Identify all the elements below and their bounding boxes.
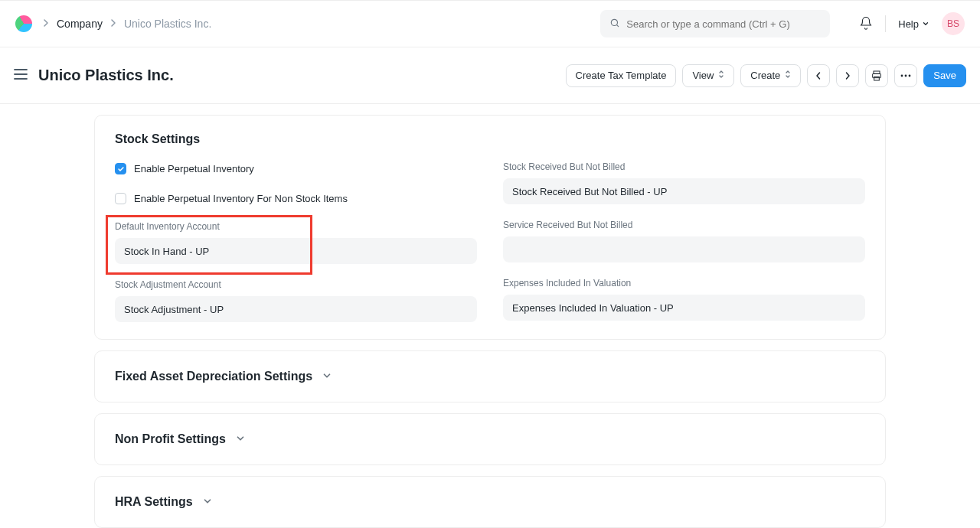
app-logo[interactable] xyxy=(15,15,32,32)
next-button[interactable] xyxy=(836,64,859,87)
chevron-down-icon xyxy=(202,496,213,509)
expenses-included-input[interactable]: Expenses Included In Valuation - UP xyxy=(503,295,865,321)
breadcrumb: Company Unico Plastics Inc. xyxy=(43,18,211,30)
create-label: Create xyxy=(750,70,780,81)
divider xyxy=(885,15,886,32)
non-profit-title: Non Profit Settings xyxy=(115,432,226,446)
default-inventory-field: Default Inventory Account Stock In Hand … xyxy=(115,221,477,264)
stock-adjustment-input[interactable]: Stock Adjustment - UP xyxy=(115,296,477,322)
fixed-asset-section-toggle[interactable]: Fixed Asset Depreciation Settings xyxy=(94,350,886,403)
enable-perpetual-non-stock-checkbox[interactable]: Enable Perpetual Inventory For Non Stock… xyxy=(115,191,477,206)
prev-button[interactable] xyxy=(807,64,830,87)
checkbox-icon-unchecked xyxy=(115,193,126,204)
select-icon xyxy=(718,70,724,81)
stock-received-field: Stock Received But Not Billed Stock Rece… xyxy=(503,161,865,204)
stock-settings-section: Stock Settings Enable Perpetual Inventor… xyxy=(94,115,886,340)
print-button[interactable] xyxy=(865,64,888,87)
bell-icon[interactable] xyxy=(859,16,873,32)
view-label: View xyxy=(692,70,714,81)
stock-received-label: Stock Received But Not Billed xyxy=(503,161,865,172)
breadcrumb-current: Unico Plastics Inc. xyxy=(124,18,211,30)
svg-point-4 xyxy=(901,74,903,77)
chevron-right-icon xyxy=(110,18,116,30)
enable-perpetual-inventory-checkbox[interactable]: Enable Perpetual Inventory xyxy=(115,161,477,176)
search-icon xyxy=(609,18,620,31)
create-menu-button[interactable]: Create xyxy=(740,64,801,87)
non-profit-section-toggle[interactable]: Non Profit Settings xyxy=(94,413,886,465)
chevron-down-icon xyxy=(235,433,246,446)
search-bar[interactable] xyxy=(600,10,830,37)
service-received-input[interactable] xyxy=(503,236,865,262)
search-input[interactable] xyxy=(626,18,821,30)
save-button[interactable]: Save xyxy=(923,64,966,87)
service-received-label: Service Received But Not Billed xyxy=(503,220,865,230)
menu-icon[interactable] xyxy=(14,69,28,82)
hra-title: HRA Settings xyxy=(115,495,193,509)
stock-adjustment-field: Stock Adjustment Account Stock Adjustmen… xyxy=(115,279,477,322)
stock-received-input[interactable]: Stock Received But Not Billed - UP xyxy=(503,178,865,204)
page-header: Unico Plastics Inc. Create Tax Template … xyxy=(0,47,980,104)
page-title: Unico Plastics Inc. xyxy=(38,67,174,84)
svg-point-6 xyxy=(909,74,911,77)
help-menu[interactable]: Help xyxy=(898,18,929,30)
chevron-down-icon xyxy=(322,370,332,383)
chevron-down-icon xyxy=(922,18,929,30)
fixed-asset-title: Fixed Asset Depreciation Settings xyxy=(115,370,312,383)
more-button[interactable] xyxy=(894,64,917,87)
expenses-included-field: Expenses Included In Valuation Expenses … xyxy=(503,278,865,321)
chevron-right-icon xyxy=(43,18,49,30)
content-area: Stock Settings Enable Perpetual Inventor… xyxy=(0,104,980,528)
svg-point-5 xyxy=(905,74,907,77)
avatar[interactable]: BS xyxy=(942,12,965,35)
create-tax-template-button[interactable]: Create Tax Template xyxy=(566,64,677,87)
service-received-field: Service Received But Not Billed xyxy=(503,220,865,262)
stock-adjustment-label: Stock Adjustment Account xyxy=(115,279,477,290)
navbar-right: Help BS xyxy=(859,12,965,35)
navbar: Company Unico Plastics Inc. Help BS xyxy=(0,0,980,47)
expenses-included-label: Expenses Included In Valuation xyxy=(503,278,865,288)
default-inventory-input[interactable]: Stock In Hand - UP xyxy=(115,238,477,264)
svg-rect-3 xyxy=(874,77,880,80)
stock-settings-right-col: Stock Received But Not Billed Stock Rece… xyxy=(503,161,865,322)
default-inventory-label: Default Inventory Account xyxy=(115,221,477,232)
select-icon xyxy=(785,70,791,81)
stock-settings-left-col: Enable Perpetual Inventory Enable Perpet… xyxy=(115,161,477,322)
header-actions: Create Tax Template View Create Save xyxy=(566,64,966,87)
breadcrumb-company[interactable]: Company xyxy=(57,18,103,30)
hra-section-toggle[interactable]: HRA Settings xyxy=(94,476,886,528)
enable-non-stock-label: Enable Perpetual Inventory For Non Stock… xyxy=(134,193,348,204)
view-menu-button[interactable]: View xyxy=(682,64,734,87)
help-label: Help xyxy=(898,18,919,30)
checkbox-icon-checked xyxy=(115,163,126,174)
enable-perpetual-label: Enable Perpetual Inventory xyxy=(134,163,254,174)
stock-settings-title: Stock Settings xyxy=(115,132,865,146)
